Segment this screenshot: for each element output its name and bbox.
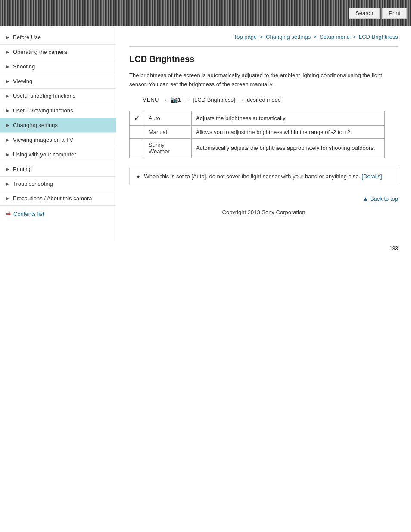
sidebar-item-label: Viewing images on a TV bbox=[13, 137, 73, 143]
breadcrumb-sep-1: > bbox=[260, 34, 265, 40]
bullet-icon: ● bbox=[137, 173, 140, 180]
arrow-icon: ▶ bbox=[6, 123, 9, 128]
arrow-icon: ▶ bbox=[6, 196, 9, 201]
sidebar-item-label: Before Use bbox=[13, 34, 41, 40]
sidebar-item-before-use[interactable]: ▶ Before Use bbox=[0, 30, 116, 45]
sidebar-item-label: Viewing bbox=[13, 78, 32, 84]
arrow-icon: ▶ bbox=[6, 79, 9, 84]
sidebar-item-label: Printing bbox=[13, 166, 32, 172]
divider bbox=[129, 46, 398, 47]
sidebar-item-viewing[interactable]: ▶ Viewing bbox=[0, 74, 116, 89]
note-text: When this is set to [Auto], do not cover… bbox=[144, 173, 360, 180]
header-bar: Search Print bbox=[0, 0, 411, 26]
footer-links: ▲ Back to top bbox=[129, 193, 398, 205]
breadcrumb: Top page > Changing settings > Setup men… bbox=[129, 30, 398, 46]
table-mode-cell: Sunny Weather bbox=[144, 138, 192, 158]
arrow-icon: ▶ bbox=[6, 35, 9, 40]
sidebar-item-label: Shooting bbox=[13, 63, 35, 70]
settings-table: ✓ Auto Adjusts the brightness automatica… bbox=[129, 111, 385, 158]
sidebar-item-viewing-on-tv[interactable]: ▶ Viewing images on a TV bbox=[0, 133, 116, 147]
table-icon-cell bbox=[130, 125, 144, 138]
page-title: LCD Brightness bbox=[129, 54, 398, 64]
sidebar-item-precautions[interactable]: ▶ Precautions / About this camera bbox=[0, 191, 116, 206]
sidebar-item-label: Using with your computer bbox=[13, 151, 76, 158]
table-row: ✓ Auto Adjusts the brightness automatica… bbox=[130, 111, 385, 125]
sidebar-item-shooting[interactable]: ▶ Shooting bbox=[0, 59, 116, 74]
arrow-icon: ▶ bbox=[6, 108, 9, 113]
menu-instruction: MENU → 📷1 → [LCD Brightness] → desired m… bbox=[142, 96, 398, 103]
note-details-link[interactable]: [Details] bbox=[362, 173, 382, 180]
sidebar-item-label: Changing settings bbox=[13, 122, 58, 128]
arrow-icon: ▶ bbox=[6, 167, 9, 171]
note-box: ● When this is set to [Auto], do not cov… bbox=[129, 168, 398, 185]
table-desc-cell: Automatically adjusts the brightness app… bbox=[192, 138, 385, 158]
sidebar-item-useful-viewing[interactable]: ▶ Useful viewing functions bbox=[0, 103, 116, 118]
page-layout: ▶ Before Use ▶ Operating the camera ▶ Sh… bbox=[0, 26, 411, 241]
sidebar: ▶ Before Use ▶ Operating the camera ▶ Sh… bbox=[0, 26, 116, 241]
table-mode-cell: Auto bbox=[144, 111, 192, 125]
table-desc-cell: Allows you to adjust the brightness with… bbox=[192, 125, 385, 138]
breadcrumb-sep-2: > bbox=[314, 34, 318, 40]
table-desc-cell: Adjusts the brightness automatically. bbox=[192, 111, 385, 125]
auto-checkmark-icon: ✓ bbox=[134, 115, 140, 122]
table-icon-cell: ✓ bbox=[130, 111, 144, 125]
sidebar-item-troubleshooting[interactable]: ▶ Troubleshooting bbox=[0, 177, 116, 191]
back-to-top-arrow-icon: ▲ bbox=[363, 196, 368, 202]
breadcrumb-top-page[interactable]: Top page bbox=[234, 34, 257, 40]
sidebar-item-using-computer[interactable]: ▶ Using with your computer bbox=[0, 147, 116, 162]
sidebar-item-label: Useful viewing functions bbox=[13, 107, 73, 114]
table-icon-cell bbox=[130, 138, 144, 158]
sidebar-item-operating-camera[interactable]: ▶ Operating the camera bbox=[0, 45, 116, 59]
table-row: Sunny Weather Automatically adjusts the … bbox=[130, 138, 385, 158]
arrow-icon: ▶ bbox=[6, 152, 9, 157]
arrow-icon: ▶ bbox=[6, 93, 9, 98]
table-row: Manual Allows you to adjust the brightne… bbox=[130, 125, 385, 138]
copyright-text: Copyright 2013 Sony Corporation bbox=[129, 205, 398, 224]
back-to-top-link[interactable]: ▲ Back to top bbox=[363, 196, 398, 202]
arrow-icon: ▶ bbox=[6, 64, 9, 69]
sidebar-item-changing-settings[interactable]: ▶ Changing settings bbox=[0, 118, 116, 133]
arrow-icon: ▶ bbox=[6, 50, 9, 54]
arrow-icon: ▶ bbox=[6, 137, 9, 142]
contents-list-arrow-icon: ➡ bbox=[6, 210, 11, 217]
sidebar-item-label: Operating the camera bbox=[13, 49, 67, 55]
print-button[interactable]: Print bbox=[382, 8, 407, 19]
contents-list-label: Contents list bbox=[13, 211, 44, 217]
sidebar-item-printing[interactable]: ▶ Printing bbox=[0, 162, 116, 177]
sidebar-item-label: Troubleshooting bbox=[13, 180, 53, 187]
breadcrumb-sep-3: > bbox=[353, 34, 358, 40]
back-to-top-label: Back to top bbox=[370, 196, 398, 202]
contents-list-link[interactable]: ➡ Contents list bbox=[0, 206, 116, 221]
page-number: 183 bbox=[0, 241, 411, 252]
sidebar-item-label: Useful shooting functions bbox=[13, 93, 75, 99]
search-button[interactable]: Search bbox=[349, 8, 380, 19]
sidebar-item-useful-shooting[interactable]: ▶ Useful shooting functions bbox=[0, 89, 116, 103]
main-content: Top page > Changing settings > Setup men… bbox=[116, 26, 411, 241]
breadcrumb-setup-menu[interactable]: Setup menu bbox=[320, 34, 350, 40]
sidebar-item-label: Precautions / About this camera bbox=[13, 195, 92, 202]
breadcrumb-changing-settings[interactable]: Changing settings bbox=[266, 34, 311, 40]
description-text: The brightness of the screen is automati… bbox=[129, 71, 398, 89]
table-mode-cell: Manual bbox=[144, 125, 192, 138]
breadcrumb-lcd-brightness[interactable]: LCD Brightness bbox=[359, 34, 398, 40]
arrow-icon: ▶ bbox=[6, 181, 9, 186]
